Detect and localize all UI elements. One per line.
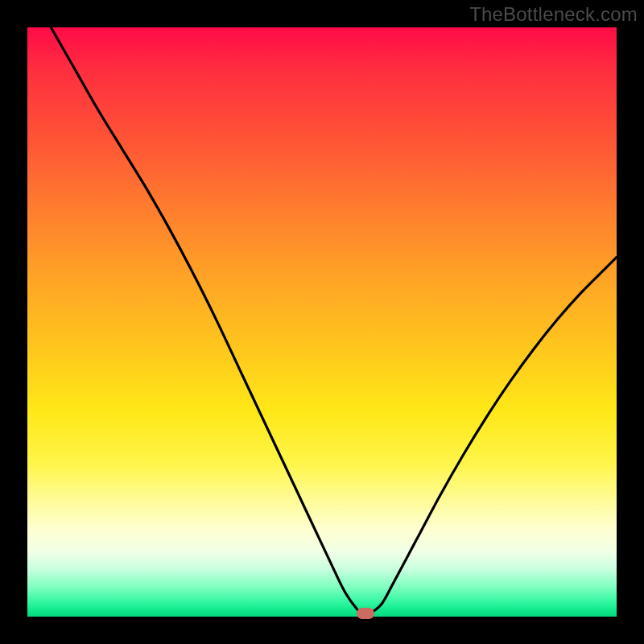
optimum-marker (357, 608, 374, 619)
watermark-text: TheBottleneck.com (469, 3, 638, 26)
curve-svg (27, 27, 617, 617)
chart-frame: TheBottleneck.com (0, 0, 644, 644)
bottleneck-curve (51, 27, 617, 614)
plot-area (27, 27, 617, 617)
